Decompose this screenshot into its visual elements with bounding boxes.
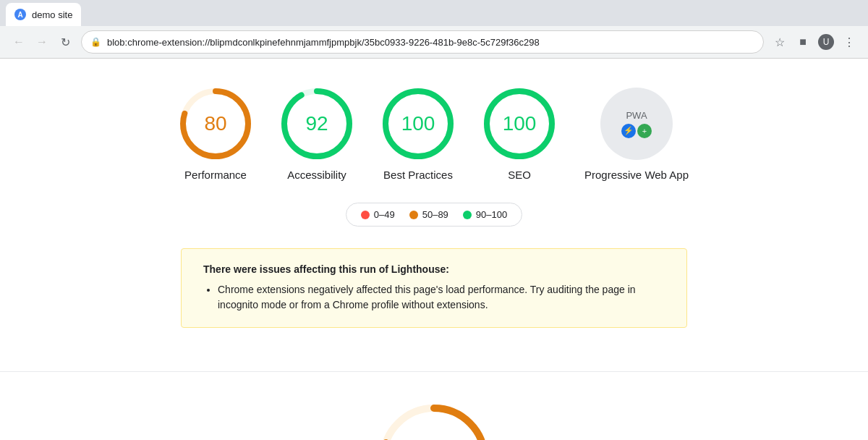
profile-button[interactable]: U <box>816 32 836 52</box>
seo-circle: 100 <box>483 88 556 160</box>
legend-inner: 0–49 50–89 90–100 <box>346 203 522 227</box>
performance-section: 80 Performance Metrics <box>0 372 868 440</box>
menu-button[interactable]: ⋮ <box>839 32 859 52</box>
pwa-icons: ⚡ + <box>621 124 652 138</box>
tab-title: demo site <box>32 9 72 20</box>
pwa-text: PWA <box>626 110 647 121</box>
pwa-icon-lightning: ⚡ <box>621 124 636 138</box>
url-text: blob:chrome-extension://blipmdconlkpinef… <box>107 37 754 48</box>
pwa-circle: PWA ⚡ + <box>600 88 673 160</box>
bookmark-button[interactable]: ☆ <box>770 32 790 52</box>
performance-score: 80 Performance <box>179 88 252 181</box>
pwa-icon-plus: + <box>637 124 652 138</box>
main-content: 80 Performance 92 Accessibility <box>0 59 868 371</box>
best-practices-value: 100 <box>401 112 435 135</box>
accessibility-value: 92 <box>305 112 328 135</box>
tab-bar: A demo site <box>0 0 868 26</box>
warning-box: There were issues affecting this run of … <box>181 248 687 328</box>
perf-score-value: 80 <box>413 437 455 440</box>
scores-row: 80 Performance 92 Accessibility <box>14 88 854 181</box>
best-practices-label: Best Practices <box>383 169 453 181</box>
toolbar-actions: ☆ ■ U ⋮ <box>770 32 859 52</box>
warning-title: There were issues affecting this run of … <box>203 263 665 275</box>
back-button[interactable]: ← <box>9 32 29 52</box>
pwa-label: Progressive Web App <box>584 169 689 181</box>
active-tab: A demo site <box>6 3 81 26</box>
best-practices-circle: 100 <box>382 88 454 160</box>
best-practices-score: 100 Best Practices <box>382 88 454 181</box>
warning-item: Chrome extensions negatively affected th… <box>218 282 665 313</box>
legend-green: 90–100 <box>463 209 507 220</box>
legend-red: 0–49 <box>361 209 395 220</box>
perf-circle-large: 80 <box>376 401 492 440</box>
accessibility-score: 92 Accessibility <box>281 88 353 181</box>
seo-score: 100 SEO <box>483 88 556 181</box>
accessibility-label: Accessibility <box>287 169 346 181</box>
performance-circle: 80 <box>179 88 252 160</box>
accessibility-circle: 92 <box>281 88 353 160</box>
legend-dot-orange <box>409 211 418 219</box>
extensions-button[interactable]: ■ <box>793 32 813 52</box>
seo-value: 100 <box>503 112 537 135</box>
nav-buttons: ← → ↻ <box>9 32 75 52</box>
performance-value: 80 <box>204 112 226 135</box>
warning-list: Chrome extensions negatively affected th… <box>203 282 665 313</box>
reload-button[interactable]: ↻ <box>55 32 75 52</box>
seo-label: SEO <box>508 169 531 181</box>
performance-label: Performance <box>184 169 247 181</box>
pwa-score: PWA ⚡ + Progressive Web App <box>584 88 689 181</box>
address-bar[interactable]: 🔒 blob:chrome-extension://blipmdconlkpin… <box>81 30 764 54</box>
legend-label-green: 90–100 <box>476 209 507 220</box>
legend-label-orange: 50–89 <box>422 209 448 220</box>
legend: 0–49 50–89 90–100 <box>14 203 854 227</box>
legend-orange: 50–89 <box>409 209 448 220</box>
forward-button[interactable]: → <box>32 32 52 52</box>
perf-score-container: 80 Performance <box>14 401 854 440</box>
tab-favicon: A <box>14 9 26 20</box>
lock-icon: 🔒 <box>90 37 101 47</box>
browser-toolbar: ← → ↻ 🔒 blob:chrome-extension://blipmdco… <box>0 26 868 58</box>
browser-chrome: A demo site ← → ↻ 🔒 blob:chrome-extensio… <box>0 0 868 59</box>
legend-dot-red <box>361 211 370 219</box>
legend-dot-green <box>463 211 472 219</box>
legend-label-red: 0–49 <box>374 209 395 220</box>
